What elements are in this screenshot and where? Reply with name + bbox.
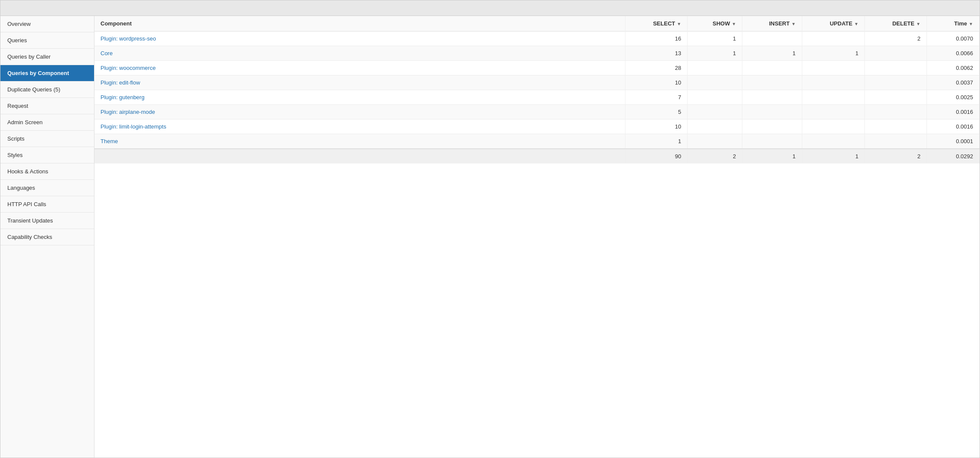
update-cell bbox=[802, 105, 865, 119]
footer-time-cell: 0.0292 bbox=[927, 149, 979, 163]
delete-cell bbox=[865, 134, 927, 149]
sort-arrow-insert: ▼ bbox=[792, 22, 796, 26]
insert-cell bbox=[742, 61, 802, 75]
component-cell: Plugin: woocommerce bbox=[94, 61, 625, 75]
delete-cell bbox=[865, 90, 927, 105]
footer-show-cell: 2 bbox=[688, 149, 742, 163]
component-cell: Plugin: edit-flow bbox=[94, 75, 625, 90]
table-row: Plugin: wordpress-seo16120.0070 bbox=[94, 31, 980, 46]
update-cell bbox=[802, 119, 865, 134]
footer-row: 9021120.0292 bbox=[94, 149, 980, 163]
time-cell: 0.0025 bbox=[927, 90, 979, 105]
component-link-6[interactable]: Plugin: limit-login-attempts bbox=[101, 123, 166, 130]
col-header-select[interactable]: SELECT▼ bbox=[625, 16, 688, 31]
show-cell bbox=[688, 75, 742, 90]
footer-component-cell bbox=[94, 149, 625, 163]
sidebar-item-overview[interactable]: Overview bbox=[0, 16, 94, 32]
delete-cell bbox=[865, 75, 927, 90]
delete-cell bbox=[865, 46, 927, 61]
component-link-0[interactable]: Plugin: wordpress-seo bbox=[101, 35, 156, 42]
sidebar-item-styles[interactable]: Styles bbox=[0, 147, 94, 163]
show-cell: 1 bbox=[688, 31, 742, 46]
insert-cell bbox=[742, 75, 802, 90]
time-cell: 0.0062 bbox=[927, 61, 979, 75]
time-cell: 0.0016 bbox=[927, 119, 979, 134]
update-cell bbox=[802, 134, 865, 149]
sidebar-item-capability-checks[interactable]: Capability Checks bbox=[0, 229, 94, 245]
header-row: ComponentSELECT▼SHOW▼INSERT▼UPDATE▼DELET… bbox=[94, 16, 980, 31]
delete-cell bbox=[865, 61, 927, 75]
table-row: Core131110.0066 bbox=[94, 46, 980, 61]
table-row: Plugin: airplane-mode50.0016 bbox=[94, 105, 980, 119]
col-header-insert[interactable]: INSERT▼ bbox=[742, 16, 802, 31]
time-cell: 0.0070 bbox=[927, 31, 979, 46]
col-header-update[interactable]: UPDATE▼ bbox=[802, 16, 865, 31]
col-header-component: Component bbox=[94, 16, 625, 31]
select-cell: 5 bbox=[625, 105, 688, 119]
table-footer: 9021120.0292 bbox=[94, 149, 980, 163]
insert-cell bbox=[742, 31, 802, 46]
show-cell bbox=[688, 90, 742, 105]
table-row: Plugin: gutenberg70.0025 bbox=[94, 90, 980, 105]
select-cell: 10 bbox=[625, 119, 688, 134]
sidebar-item-scripts[interactable]: Scripts bbox=[0, 131, 94, 147]
component-cell: Plugin: gutenberg bbox=[94, 90, 625, 105]
component-link-7[interactable]: Theme bbox=[101, 138, 118, 144]
sidebar-item-hooks-actions[interactable]: Hooks & Actions bbox=[0, 163, 94, 180]
queries-by-component-table: ComponentSELECT▼SHOW▼INSERT▼UPDATE▼DELET… bbox=[94, 16, 980, 163]
select-cell: 7 bbox=[625, 90, 688, 105]
component-cell: Plugin: airplane-mode bbox=[94, 105, 625, 119]
sidebar-item-queries-by-component[interactable]: Queries by Component bbox=[0, 65, 94, 82]
main-content: ComponentSELECT▼SHOW▼INSERT▼UPDATE▼DELET… bbox=[94, 16, 980, 458]
sidebar-item-queries-by-caller[interactable]: Queries by Caller bbox=[0, 49, 94, 65]
select-cell: 10 bbox=[625, 75, 688, 90]
delete-cell: 2 bbox=[865, 31, 927, 46]
time-cell: 0.0001 bbox=[927, 134, 979, 149]
sidebar-item-request[interactable]: Request bbox=[0, 98, 94, 114]
table-header: ComponentSELECT▼SHOW▼INSERT▼UPDATE▼DELET… bbox=[94, 16, 980, 31]
component-link-1[interactable]: Core bbox=[101, 50, 113, 56]
sidebar: OverviewQueriesQueries by CallerQueries … bbox=[0, 16, 94, 458]
show-cell bbox=[688, 61, 742, 75]
component-link-2[interactable]: Plugin: woocommerce bbox=[101, 65, 156, 71]
sidebar-item-languages[interactable]: Languages bbox=[0, 180, 94, 196]
sidebar-item-admin-screen[interactable]: Admin Screen bbox=[0, 114, 94, 131]
col-header-delete[interactable]: DELETE▼ bbox=[865, 16, 927, 31]
component-link-4[interactable]: Plugin: gutenberg bbox=[101, 94, 144, 100]
show-cell bbox=[688, 105, 742, 119]
show-cell bbox=[688, 134, 742, 149]
update-cell bbox=[802, 31, 865, 46]
col-header-show[interactable]: SHOW▼ bbox=[688, 16, 742, 31]
sort-arrow-show: ▼ bbox=[732, 22, 736, 26]
component-cell: Plugin: wordpress-seo bbox=[94, 31, 625, 46]
select-cell: 16 bbox=[625, 31, 688, 46]
component-cell: Plugin: limit-login-attempts bbox=[94, 119, 625, 134]
sort-arrow-update: ▼ bbox=[854, 22, 858, 26]
time-cell: 0.0016 bbox=[927, 105, 979, 119]
show-cell bbox=[688, 119, 742, 134]
sort-arrow-delete: ▼ bbox=[916, 22, 920, 26]
table-body: Plugin: wordpress-seo16120.0070Core13111… bbox=[94, 31, 980, 149]
sort-arrow-select: ▼ bbox=[677, 22, 681, 26]
delete-cell bbox=[865, 105, 927, 119]
footer-update-cell: 1 bbox=[802, 149, 865, 163]
sidebar-item-transient-updates[interactable]: Transient Updates bbox=[0, 213, 94, 229]
sidebar-item-duplicate-queries[interactable]: Duplicate Queries (5) bbox=[0, 82, 94, 98]
component-link-3[interactable]: Plugin: edit-flow bbox=[101, 79, 140, 86]
select-cell: 1 bbox=[625, 134, 688, 149]
sidebar-item-http-api-calls[interactable]: HTTP API Calls bbox=[0, 196, 94, 213]
sidebar-item-queries[interactable]: Queries bbox=[0, 32, 94, 49]
table-row: Plugin: edit-flow100.0037 bbox=[94, 75, 980, 90]
table-row: Theme10.0001 bbox=[94, 134, 980, 149]
footer-insert-cell: 1 bbox=[742, 149, 802, 163]
update-cell bbox=[802, 61, 865, 75]
col-header-time[interactable]: Time▼ bbox=[927, 16, 979, 31]
component-cell: Core bbox=[94, 46, 625, 61]
time-cell: 0.0037 bbox=[927, 75, 979, 90]
time-cell: 0.0066 bbox=[927, 46, 979, 61]
component-link-5[interactable]: Plugin: airplane-mode bbox=[101, 109, 155, 115]
insert-cell bbox=[742, 119, 802, 134]
insert-cell bbox=[742, 134, 802, 149]
update-cell bbox=[802, 75, 865, 90]
insert-cell bbox=[742, 105, 802, 119]
